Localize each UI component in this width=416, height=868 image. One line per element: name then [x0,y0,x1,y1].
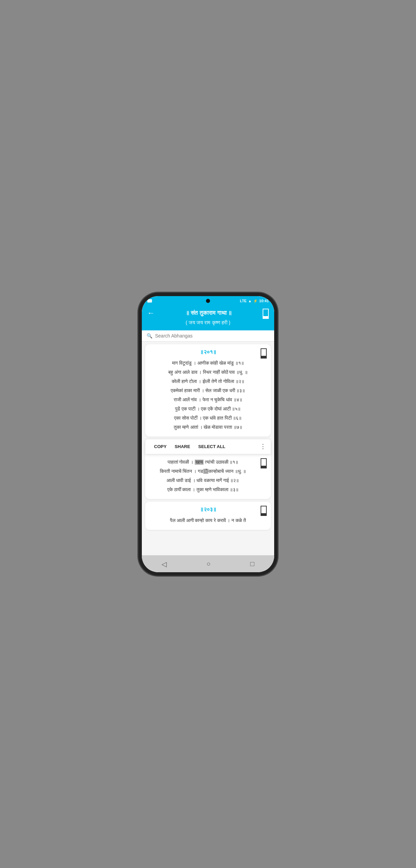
bookmark-button-202[interactable] [261,458,267,467]
nav-home-button[interactable]: ○ [200,559,217,569]
abhanga-card-202: COPY SHARE SELECT ALL ⋮ पाहातां गोवळी । … [145,439,271,499]
line-6: पुढें एक पाटी । एक एकें दोघां आटी ॥५॥ [150,404,266,413]
sd-icon [147,299,152,303]
context-menu-bar: COPY SHARE SELECT ALL ⋮ [145,439,271,454]
line-1: माग विटूदांडू । आणीक कांही खेळ मांडू ॥१॥ [150,359,266,368]
card-text-203: पैल आली आगी कान्हो काय रे करावें । न कळे… [150,516,266,525]
card-line-203-1: पैल आली आगी कान्हो काय रे करावें । न कळे… [150,516,266,525]
search-input[interactable] [155,333,269,339]
card-line-202-4: एके ठायीं काला । तुका म्हणे भाविकाला ॥३॥ [150,485,256,494]
nav-recents-button[interactable]: □ [243,559,261,569]
time-label: 10:41 [259,299,269,303]
card-line-202-2: किरती नामाचें चिंतन । गडेकान्होबाचें ध्य… [150,467,256,476]
card-text-202: पाहातां गोवळी । खाय त्यांची उठावळी ॥१॥ क… [150,458,266,494]
card-number-203: ॥२०३॥ [150,506,266,513]
bookmark-outline-icon-202 [261,458,267,466]
select-all-button[interactable]: SELECT ALL [194,443,229,450]
signal-label: LTE [240,299,247,303]
line-8: तुका म्हणे आतां । खेळ मोडावा परता ॥७॥ [150,423,266,432]
back-button[interactable]: ← [147,309,155,317]
phone-frame: LTE ▲ ⚡ 10:41 ← ॥ संत तुकाराम गाथा ॥ ( ज… [142,296,274,572]
abhanga-card-201: ॥२०१॥ माग विटूदांडू । आणीक कांही खेळ मां… [145,344,271,437]
bookmark-button-201[interactable] [261,348,267,358]
status-left [147,299,152,303]
search-bar: 🔍 [142,330,274,342]
highlighted-text-2: े [203,469,208,474]
line-7: एका सोस पोटीं । एक धांवे हात पिटी ॥६॥ [150,413,266,423]
header-subtitle: ( जय जय राम कृष्ण हरी ) [147,320,269,326]
share-button[interactable]: SHARE [171,443,194,450]
search-icon: 🔍 [147,333,152,339]
more-options-button[interactable]: ⋮ [260,443,266,450]
header-title: ॥ संत तुकाराम गाथा ॥ [155,310,263,316]
line-2: बहु अंगा आले डाव । स्थिर नाहीं कोठें पाव… [150,368,266,377]
status-right: LTE ▲ ⚡ 10:41 [240,299,269,303]
highlighted-text: खाय [195,460,204,465]
abhanga-card-203: ॥२०३॥ पैल आली आगी कान्हो काय रे करावें ।… [145,502,271,530]
signal-bars-icon: ▲ [248,299,252,303]
nav-bar: ◁ ○ □ [142,555,274,572]
copy-button[interactable]: COPY [150,443,171,450]
card-text-201: माग विटूदांडू । आणीक कांही खेळ मांडू ॥१॥… [150,359,266,432]
card-line-202-3: आली धावी डाई । धांवे वळत्या मागें गाई ॥२… [150,476,256,485]
bookmark-outline-icon-203 [261,506,267,513]
bookmark-button-header[interactable] [263,309,269,317]
content-scroll: ॥२०१॥ माग विटूदांडू । आणीक कांही खेळ मां… [142,342,274,555]
line-3: कोली हाणे टोला । झेली तेणें तो गोविला ॥२… [150,377,266,386]
bookmark-outline-icon-201 [261,348,267,356]
battery-icon: ⚡ [253,299,258,303]
card-number-201: ॥२०१॥ [150,349,266,355]
header-top: ← ॥ संत तुकाराम गाथा ॥ [147,309,269,317]
line-4: एकमेकां हाका मारी । सेल जाळी एक धरी ॥३॥ [150,386,266,395]
bookmark-white-icon [263,309,269,316]
phone-screen: LTE ▲ ⚡ 10:41 ← ॥ संत तुकाराम गाथा ॥ ( ज… [142,296,274,572]
bookmark-button-203[interactable] [261,506,267,515]
header: ← ॥ संत तुकाराम गाथा ॥ ( जय जय राम कृष्ण… [142,305,274,330]
camera-notch [206,299,210,303]
card-line-202-1: पाहातां गोवळी । खाय त्यांची उठावळी ॥१॥ [150,458,256,467]
nav-back-button[interactable]: ◁ [155,559,173,570]
line-5: राजी आलें नांव । फेरा न चुकेचि धांव ॥४॥ [150,395,266,404]
